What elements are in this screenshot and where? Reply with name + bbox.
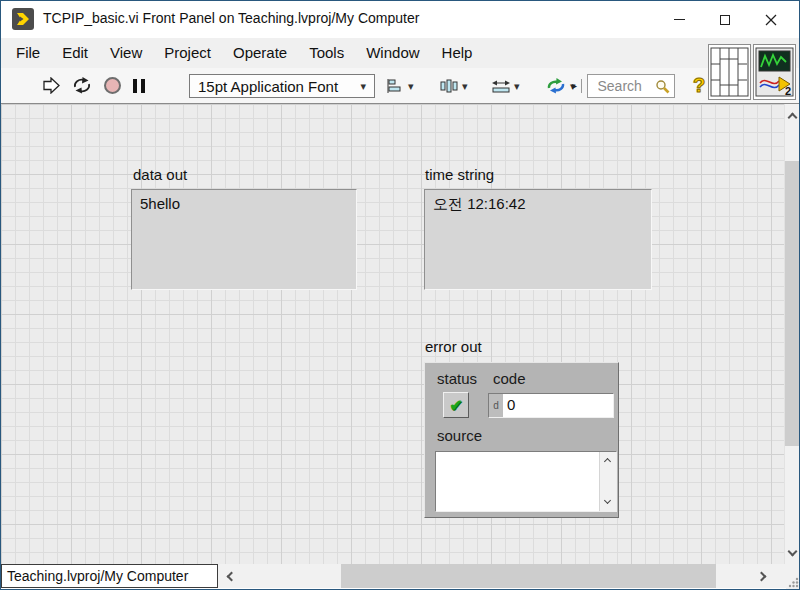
- source-value: [436, 452, 598, 511]
- run-button[interactable]: [43, 77, 61, 94]
- labview-vi-icon[interactable]: [12, 8, 34, 30]
- vi-icon-pane[interactable]: 2: [753, 44, 796, 100]
- maximize-button[interactable]: [702, 1, 748, 38]
- pause-icon: [133, 79, 145, 93]
- toolbar-expander[interactable]: ▸: [572, 79, 582, 93]
- chevron-down-icon: [787, 546, 797, 556]
- data-out-label: data out: [133, 166, 187, 183]
- scroll-left-button[interactable]: [220, 564, 238, 588]
- menu-item-file[interactable]: File: [5, 38, 51, 68]
- radix-indicator: d: [489, 394, 503, 417]
- font-selector[interactable]: 15pt Application Font ▾: [189, 74, 375, 98]
- abort-button[interactable]: [104, 77, 121, 94]
- vertical-scrollbar-thumb[interactable]: [785, 161, 799, 446]
- time-string-label: time string: [425, 166, 494, 183]
- source-indicator[interactable]: [435, 451, 617, 512]
- distribute-objects-icon: [439, 78, 459, 94]
- code-indicator[interactable]: d 0: [488, 393, 614, 418]
- status-indicator[interactable]: ✔: [443, 392, 469, 418]
- menu-item-view[interactable]: View: [99, 38, 153, 68]
- vi-icon-badge: 2: [785, 85, 791, 97]
- resize-objects-button[interactable]: ▾: [491, 78, 520, 94]
- error-out-label: error out: [425, 338, 482, 355]
- toolbar: 15pt Application Font ▾ ▾ ▾: [1, 68, 799, 104]
- scroll-up-button[interactable]: [785, 106, 799, 124]
- menu-item-project[interactable]: Project: [153, 38, 222, 68]
- window-controls: [656, 1, 794, 38]
- menu-bar: File Edit View Project Operate Tools Win…: [1, 38, 799, 68]
- align-objects-button[interactable]: ▾: [385, 78, 414, 94]
- code-value: 0: [503, 394, 613, 417]
- pause-button[interactable]: [133, 79, 145, 93]
- menu-item-edit[interactable]: Edit: [51, 38, 99, 68]
- expander-icon: ▸: [572, 79, 582, 93]
- data-out-value: 5hello: [140, 195, 180, 212]
- distribute-objects-button[interactable]: ▾: [439, 78, 468, 94]
- icon-pane: 2: [708, 44, 796, 100]
- search-icon: [655, 79, 670, 94]
- search-box: [587, 74, 675, 98]
- menu-item-tools[interactable]: Tools: [298, 38, 355, 68]
- status-label: status: [437, 370, 477, 387]
- vertical-scrollbar[interactable]: [784, 104, 799, 564]
- scroll-down-button[interactable]: [785, 544, 799, 562]
- execution-target-box[interactable]: Teaching.lvproj/My Computer: [1, 564, 218, 588]
- run-continuously-icon: [71, 76, 93, 95]
- run-continuously-button[interactable]: [71, 76, 93, 95]
- chevron-down-icon: ▾: [408, 80, 414, 93]
- close-button[interactable]: [748, 1, 794, 38]
- resize-grip[interactable]: [786, 564, 800, 589]
- vi-icon: 2: [755, 47, 794, 97]
- execution-target-label: Teaching.lvproj/My Computer: [7, 568, 188, 584]
- search-input[interactable]: [593, 76, 655, 96]
- reorder-button[interactable]: ▾: [545, 77, 576, 95]
- font-selector-value: 15pt Application Font: [198, 78, 338, 95]
- minimize-button[interactable]: [656, 1, 702, 38]
- resize-objects-icon: [491, 78, 511, 94]
- connector-pane[interactable]: [708, 44, 751, 100]
- chevron-left-icon: [226, 571, 236, 581]
- reorder-icon: [545, 77, 567, 95]
- maximize-icon: [720, 15, 730, 25]
- close-icon: [765, 14, 777, 26]
- run-arrow-icon: [43, 77, 61, 94]
- source-scrollbar[interactable]: [599, 452, 616, 511]
- help-icon: ?: [693, 74, 705, 97]
- error-out-cluster: status ✔ code d 0 source: [424, 362, 619, 518]
- context-help-button[interactable]: ?: [693, 74, 705, 97]
- time-string-indicator[interactable]: 오전 12:16:42: [424, 189, 652, 290]
- align-objects-icon: [385, 78, 405, 94]
- chevron-up-icon: [787, 112, 797, 122]
- labview-front-panel-window: TCPIP_basic.vi Front Panel on Teaching.l…: [0, 0, 800, 590]
- chevron-right-icon: [756, 571, 766, 581]
- source-label: source: [437, 427, 482, 444]
- title-bar: TCPIP_basic.vi Front Panel on Teaching.l…: [1, 1, 799, 38]
- connector-pane-icon: [710, 47, 749, 97]
- scroll-right-button[interactable]: [754, 564, 772, 588]
- scroll-up-icon[interactable]: [604, 458, 611, 465]
- menu-item-help[interactable]: Help: [431, 38, 484, 68]
- scroll-down-icon[interactable]: [604, 497, 611, 504]
- data-out-indicator[interactable]: 5hello: [131, 189, 357, 290]
- chevron-down-icon: ▾: [462, 80, 468, 93]
- menu-item-operate[interactable]: Operate: [222, 38, 298, 68]
- abort-icon: [104, 77, 121, 94]
- menu-item-window[interactable]: Window: [355, 38, 430, 68]
- minimize-icon: [674, 19, 685, 20]
- horizontal-scrollbar-thumb[interactable]: [341, 564, 716, 588]
- time-string-value: 오전 12:16:42: [433, 195, 526, 212]
- resize-grip-icon: [787, 576, 800, 589]
- code-label: code: [493, 370, 526, 387]
- chevron-down-icon: ▾: [360, 80, 366, 93]
- check-icon: ✔: [449, 396, 462, 415]
- chevron-down-icon: ▾: [514, 80, 520, 93]
- horizontal-scrollbar[interactable]: [218, 564, 786, 588]
- window-title: TCPIP_basic.vi Front Panel on Teaching.l…: [43, 10, 419, 26]
- front-panel-canvas[interactable]: data out 5hello time string 오전 12:16:42 …: [1, 104, 786, 564]
